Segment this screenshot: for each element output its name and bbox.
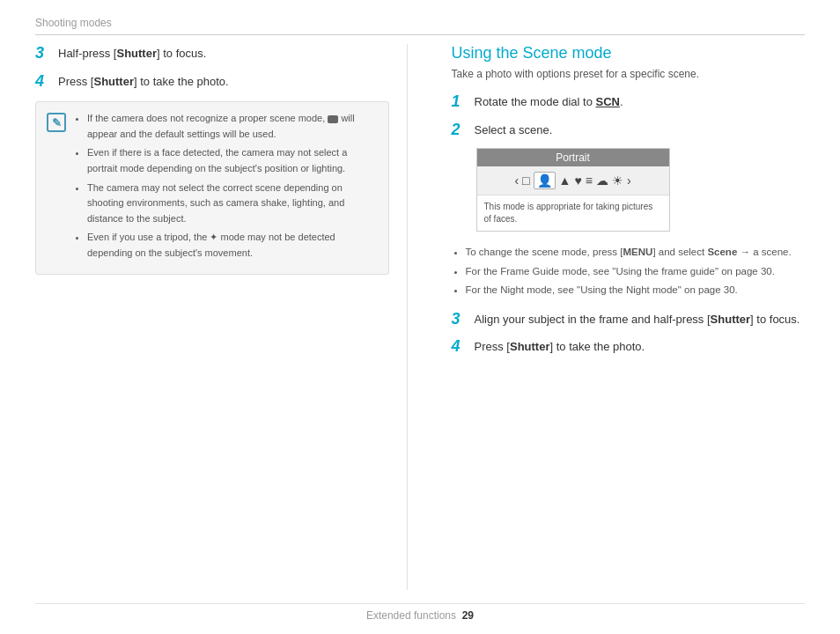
scene-icon-right-arrow: ›	[627, 173, 631, 188]
right-step4: 4 Press [Shutter] to take the photo.	[452, 337, 806, 357]
footer-page: 29	[462, 609, 474, 622]
scene-icon-mountain: ▲	[559, 173, 571, 188]
scene-icon-flower: ♥	[574, 173, 581, 188]
right-step1: 1 Rotate the mode dial to SCN.	[452, 92, 806, 112]
info-bullet-3: The camera may not select the correct sc…	[87, 181, 378, 227]
left-column: 3 Half-press [Shutter] to focus. 4 Press…	[35, 44, 408, 590]
scn-text: SCN	[596, 95, 620, 108]
right-step2-num: 2	[452, 121, 469, 140]
footer-text: Extended functions	[366, 609, 456, 622]
right-step3-text: Align your subject in the frame and half…	[475, 310, 800, 328]
right-step1-num: 1	[452, 92, 469, 112]
info-box: ✎ If the camera does not recognize a pro…	[35, 101, 389, 275]
info-bullets: If the camera does not recognize a prope…	[75, 111, 378, 265]
section-subtitle: Take a photo with options preset for a s…	[452, 68, 806, 80]
scene-icon-sunset: ☁	[596, 173, 608, 188]
breadcrumb: Shooting modes	[35, 16, 805, 35]
scene-icon-1: ‹	[514, 173, 519, 188]
scene-box-desc: This mode is appropriate for taking pict…	[477, 195, 669, 231]
bullet-1: To change the scene mode, press [MENU] a…	[466, 244, 806, 262]
footer: Extended functions 29	[35, 603, 805, 622]
right-step3-num: 3	[452, 310, 469, 329]
right-step4-num: 4	[452, 337, 469, 357]
left-step4: 4 Press [Shutter] to take the photo.	[35, 72, 389, 92]
bullet-2: For the Frame Guide mode, see "Using the…	[466, 263, 806, 281]
info-bullet-1: If the camera does not recognize a prope…	[87, 111, 378, 142]
scene-icon-text: ≡	[586, 173, 593, 188]
left-step4-text: Press [Shutter] to take the photo.	[58, 72, 229, 91]
scene-icon-portrait-outline: □	[522, 173, 529, 188]
scene-icon-portrait-active: 👤	[534, 172, 556, 189]
scene-box-label: Portrait	[477, 149, 669, 166]
left-step4-num: 4	[35, 72, 53, 92]
right-step2: 2 Select a scene.	[452, 121, 806, 140]
page-container: Shooting modes 3 Half-press [Shutter] to…	[0, 0, 840, 634]
breadcrumb-text: Shooting modes	[35, 17, 112, 29]
section-title: Using the Scene mode	[452, 44, 806, 63]
right-column: Using the Scene mode Take a photo with o…	[443, 44, 806, 590]
scene-box-icons: ‹ □ 👤 ▲ ♥ ≡ ☁ ☀ ›	[477, 166, 669, 195]
right-step2-text: Select a scene.	[475, 121, 553, 139]
right-step4-text: Press [Shutter] to take the photo.	[475, 337, 645, 356]
info-icon: ✎	[47, 113, 66, 132]
scene-box: Portrait ‹ □ 👤 ▲ ♥ ≡ ☁ ☀ › This mode is …	[476, 148, 670, 232]
info-bullet-2: Even if there is a face detected, the ca…	[87, 145, 378, 176]
right-step1-text: Rotate the mode dial to SCN.	[475, 92, 623, 111]
info-bullet-4: Even if you use a tripod, the ✦ mode may…	[87, 230, 378, 261]
left-step3-num: 3	[35, 44, 53, 63]
left-step3-text: Half-press [Shutter] to focus.	[58, 44, 206, 63]
scene-icon-dawn: ☀	[612, 173, 623, 188]
bullet-3: For the Night mode, see "Using the Night…	[466, 282, 806, 299]
columns: 3 Half-press [Shutter] to focus. 4 Press…	[35, 44, 805, 590]
bullet-list: To change the scene mode, press [MENU] a…	[452, 244, 806, 299]
right-step3: 3 Align your subject in the frame and ha…	[452, 310, 806, 329]
left-step3: 3 Half-press [Shutter] to focus.	[35, 44, 389, 63]
